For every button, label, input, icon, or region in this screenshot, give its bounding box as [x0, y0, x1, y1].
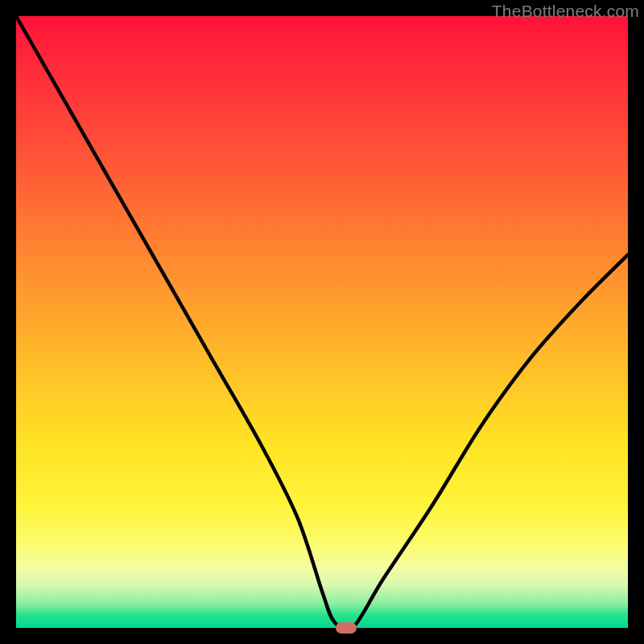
watermark-text: TheBottleneck.com — [492, 2, 639, 21]
bottleneck-curve — [16, 16, 628, 628]
chart-frame: TheBottleneck.com — [0, 0, 644, 644]
curve-path — [16, 16, 628, 631]
plot-area — [16, 16, 628, 628]
optimum-marker — [336, 622, 357, 634]
